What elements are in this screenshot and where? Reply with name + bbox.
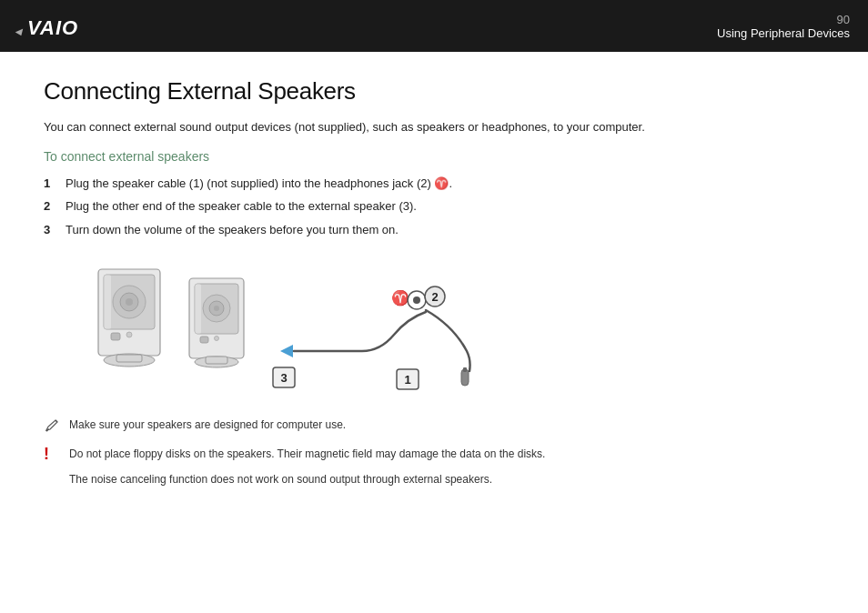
- step-3: 3 Turn down the volume of the speakers b…: [44, 221, 824, 239]
- intro-paragraph: You can connect external sound output de…: [44, 118, 824, 136]
- svg-rect-18: [206, 357, 227, 364]
- warning-note: ! Do not place floppy disks on the speak…: [44, 446, 824, 462]
- svg-text:2: 2: [431, 290, 438, 304]
- svg-point-33: [46, 430, 48, 432]
- plain-note-text: The noise canceling function does not wo…: [69, 471, 492, 487]
- step-1: 1 Plug the speaker cable (1) (not suppli…: [44, 175, 824, 193]
- step-2-text: Plug the other end of the speaker cable …: [66, 197, 417, 216]
- svg-rect-21: [195, 284, 201, 334]
- svg-text:◀: ◀: [15, 26, 24, 36]
- step-2: 2 Plug the other end of the speaker cabl…: [44, 197, 824, 216]
- pencil-note-text: Make sure your speakers are designed for…: [69, 417, 346, 433]
- page-header: ◀ VAIO 90 Using Peripheral Devices: [0, 0, 868, 52]
- vaio-logo: ◀ VAIO: [15, 13, 96, 40]
- right-speaker: [189, 278, 244, 367]
- page-number: 90: [837, 13, 850, 26]
- step-1-number: 1: [44, 175, 66, 193]
- svg-rect-8: [116, 355, 142, 362]
- blue-arrow: [280, 345, 293, 357]
- svg-rect-19: [200, 337, 208, 343]
- step-1-text: Plug the speaker cable (1) (not supplied…: [66, 175, 452, 193]
- svg-point-6: [126, 298, 133, 306]
- svg-point-10: [126, 332, 132, 337]
- warning-icon: !: [44, 446, 62, 462]
- svg-text:1: 1: [404, 373, 410, 387]
- svg-point-16: [214, 306, 219, 311]
- notes-section: Make sure your speakers are designed for…: [44, 417, 824, 487]
- step-3-text: Turn down the volume of the speakers bef…: [66, 221, 399, 239]
- svg-rect-28: [463, 367, 467, 372]
- page-title: Connecting External Speakers: [44, 77, 824, 106]
- pencil-icon: [44, 417, 62, 437]
- illustration-svg: ♈ 2 1 3: [71, 253, 526, 398]
- step-2-number: 2: [44, 197, 66, 216]
- svg-point-24: [413, 296, 420, 304]
- left-speaker: [98, 269, 160, 367]
- step-3-number: 3: [44, 221, 66, 239]
- svg-text:3: 3: [280, 371, 287, 385]
- section-title: Using Peripheral Devices: [717, 26, 850, 40]
- svg-rect-11: [104, 275, 111, 329]
- sub-heading: To connect external speakers: [44, 149, 824, 164]
- svg-rect-9: [111, 333, 120, 340]
- header-right: 90 Using Peripheral Devices: [717, 13, 850, 40]
- svg-text:VAIO: VAIO: [27, 16, 78, 39]
- vaio-logo-svg: ◀ VAIO: [15, 13, 96, 40]
- pencil-note: Make sure your speakers are designed for…: [44, 417, 824, 437]
- warning-note-text: Do not place floppy disks on the speaker…: [69, 446, 545, 462]
- svg-point-20: [215, 337, 219, 341]
- main-content: Connecting External Speakers You can con…: [0, 52, 868, 518]
- steps-list: 1 Plug the speaker cable (1) (not suppli…: [44, 175, 824, 239]
- plain-note: The noise canceling function does not wo…: [44, 471, 824, 487]
- speaker-illustration: ♈ 2 1 3: [71, 253, 508, 398]
- svg-text:♈: ♈: [391, 289, 409, 306]
